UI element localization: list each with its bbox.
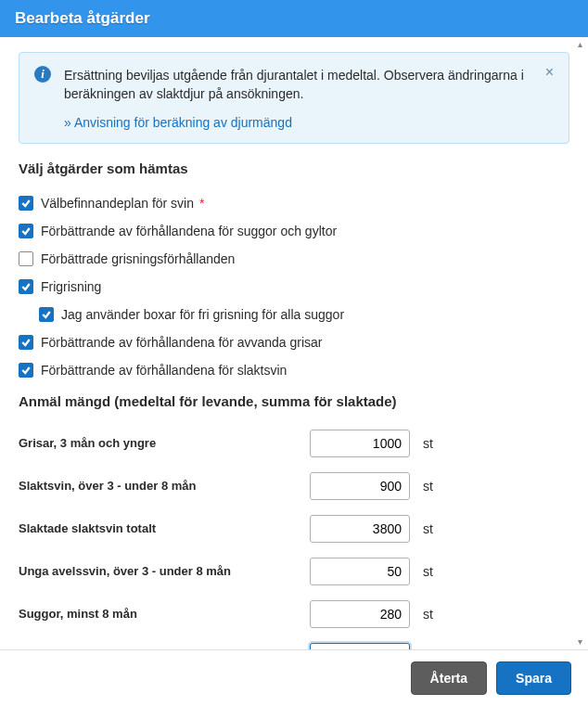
- checkbox-label-grisning[interactable]: Förbättrade grisningsförhållanden: [41, 251, 235, 266]
- checkbox-label-avvanda[interactable]: Förbättrande av förhållandena för avvand…: [41, 335, 323, 350]
- checkbox-boxar[interactable]: [39, 307, 54, 322]
- amount-unit-unga-avelssvin: st: [423, 564, 433, 579]
- amount-row-galtar-8man: Galtar, minst 8 månst: [19, 635, 569, 649]
- amount-label-slaktsvin-3-8: Slaktsvin, över 3 - under 8 mån: [19, 479, 297, 493]
- amount-row-unga-avelssvin: Unga avelssvin, över 3 - under 8 månst: [19, 550, 569, 593]
- required-marker: *: [196, 196, 204, 211]
- checkbox-list: Välbefinnandeplan för svin *Förbättrande…: [19, 189, 569, 384]
- info-icon: i: [34, 66, 51, 83]
- dialog-content: ▴ ▾ i × Ersättning beviljas utgående frå…: [0, 37, 588, 649]
- cancel-button[interactable]: Återta: [411, 661, 487, 695]
- checkbox-frigrisning[interactable]: [19, 279, 33, 294]
- check-row-avvanda: Förbättrande av förhållandena för avvand…: [19, 328, 569, 356]
- checkbox-slaktsvin[interactable]: [19, 363, 33, 378]
- amount-label-slaktade-totalt: Slaktade slaktsvin totalt: [19, 521, 297, 535]
- amount-input-grisar-3man[interactable]: [310, 430, 410, 457]
- amounts-list: Grisar, 3 mån och yngrestSlaktsvin, över…: [19, 422, 569, 649]
- check-row-frigrisning: Frigrisning: [19, 273, 569, 301]
- amount-input-slaktsvin-3-8[interactable]: [310, 472, 410, 500]
- save-button[interactable]: Spara: [496, 661, 571, 695]
- info-close-icon[interactable]: ×: [540, 62, 559, 83]
- check-row-slaktsvin: Förbättrande av förhållandena för slakts…: [19, 356, 569, 384]
- checkbox-valbefinnande[interactable]: [19, 196, 33, 211]
- dialog-title: Bearbeta åtgärder: [0, 0, 588, 37]
- amount-input-unga-avelssvin[interactable]: [310, 558, 410, 585]
- info-text: Ersättning beviljas utgående från djuran…: [64, 66, 541, 104]
- amount-row-slaktade-totalt: Slaktade slaktsvin totaltst: [19, 507, 569, 550]
- check-row-suggor-gyltor: Förbättrande av förhållandena för suggor…: [19, 217, 569, 245]
- checkbox-avvanda[interactable]: [19, 335, 33, 350]
- section-title-choose: Välj åtgärder som hämtas: [19, 160, 569, 176]
- amount-unit-slaktsvin-3-8: st: [423, 479, 433, 494]
- check-row-valbefinnande: Välbefinnandeplan för svin *: [19, 189, 569, 217]
- checkbox-label-frigrisning[interactable]: Frigrisning: [41, 279, 101, 294]
- checkbox-label-slaktsvin[interactable]: Förbättrande av förhållandena för slakts…: [41, 363, 287, 378]
- dialog-footer: Återta Spara: [0, 649, 588, 706]
- amount-row-slaktsvin-3-8: Slaktsvin, över 3 - under 8 månst: [19, 465, 569, 507]
- amount-unit-suggor-8man: st: [423, 607, 433, 622]
- amount-row-suggor-8man: Suggor, minst 8 månst: [19, 593, 569, 635]
- checkbox-label-valbefinnande[interactable]: Välbefinnandeplan för svin *: [41, 196, 204, 211]
- check-row-boxar: Jag använder boxar för fri grisning för …: [19, 301, 569, 328]
- amount-input-slaktade-totalt[interactable]: [310, 515, 410, 543]
- amount-input-suggor-8man[interactable]: [310, 600, 410, 628]
- amount-unit-grisar-3man: st: [423, 436, 433, 451]
- amount-unit-slaktade-totalt: st: [423, 521, 433, 536]
- checkbox-grisning[interactable]: [19, 251, 33, 266]
- amount-input-galtar-8man[interactable]: [310, 643, 410, 649]
- amount-label-unga-avelssvin: Unga avelssvin, över 3 - under 8 mån: [19, 564, 297, 578]
- checkbox-label-boxar[interactable]: Jag använder boxar för fri grisning för …: [61, 307, 344, 322]
- info-link[interactable]: » Anvisning för beräkning av djurmängd: [64, 115, 541, 130]
- amount-row-grisar-3man: Grisar, 3 mån och yngrest: [19, 422, 569, 465]
- scroll-down-icon[interactable]: ▾: [573, 636, 586, 648]
- scroll-up-icon[interactable]: ▴: [573, 39, 586, 50]
- amount-label-suggor-8man: Suggor, minst 8 mån: [19, 607, 297, 621]
- dialog: Bearbeta åtgärder ▴ ▾ i × Ersättning bev…: [0, 0, 588, 706]
- info-box: i × Ersättning beviljas utgående från dj…: [19, 52, 569, 144]
- section-title-amounts: Anmäl mängd (medeltal för levande, summa…: [19, 393, 569, 409]
- amount-label-grisar-3man: Grisar, 3 mån och yngre: [19, 436, 297, 450]
- check-row-grisning: Förbättrade grisningsförhållanden: [19, 245, 569, 273]
- checkbox-label-suggor-gyltor[interactable]: Förbättrande av förhållandena för suggor…: [41, 224, 337, 238]
- checkbox-suggor-gyltor[interactable]: [19, 224, 33, 238]
